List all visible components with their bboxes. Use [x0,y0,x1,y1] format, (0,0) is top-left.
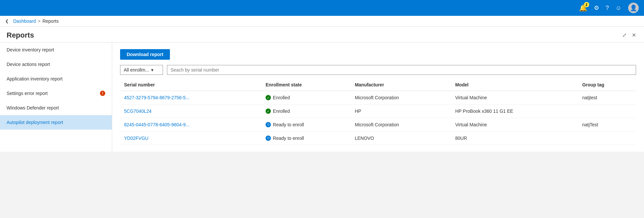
sidebar-label-settings-error: Settings error report [7,91,48,96]
col-manufacturer: Manufacturer [351,79,451,91]
serial-number-search-input[interactable] [167,65,636,75]
table-header-row: Serial number Enrollment state Manufactu… [120,79,636,91]
help-icon[interactable]: ? [606,5,609,12]
enrollment-filter-label: All enrollm... [124,67,149,73]
sidebar-label-device-actions: Device actions report [7,62,50,67]
pin-button[interactable]: ⤢ [621,31,628,40]
sidebar-item-settings-error[interactable]: Settings error report ! [0,86,112,101]
serial-number-link[interactable]: 4527-3279-5794-8679-2756-5... [124,95,190,100]
ready-to-enroll-icon: ⏱ [266,122,271,127]
enrollment-status-text: Enrolled [273,95,290,100]
group-tag-cell: natjtest [578,91,636,105]
breadcrumb: ❮ Dashboard > Reports [0,16,644,27]
sidebar-label-device-inventory: Device inventory report [7,47,54,52]
download-report-button[interactable]: Download report [120,49,170,60]
notification-badge: 2 [584,2,589,7]
enrolled-icon: ✓ [266,95,271,100]
sidebar: Device inventory report Device actions r… [0,43,112,152]
avatar-icon: 👤 [630,4,637,12]
manufacturer-cell: Microsoft Corporation [351,118,451,132]
serial-number-link[interactable]: 5CG7040L24 [124,109,151,114]
col-model: Model [451,79,578,91]
content-area: Device inventory report Device actions r… [0,43,644,152]
enrollment-status-text: Ready to enroll [273,136,304,141]
sidebar-label-windows-defender: Windows Defender report [7,105,59,110]
sidebar-label-autopilot: Autopilot deployment report [7,120,63,125]
page-wrapper: Reports ⤢ ✕ Device inventory report Devi… [0,27,644,152]
enrollment-status-text: Enrolled [273,109,290,114]
user-avatar[interactable]: 👤 [628,3,639,13]
table-row: 4527-3279-5794-8679-2756-5...✓EnrolledMi… [120,91,636,105]
settings-icon[interactable]: ⚙ [594,4,599,12]
enrollment-status-cell: ✓Enrolled [262,91,351,105]
table-row: YD02FVGU⏱Ready to enrollLENOVO80UR [120,132,636,145]
manufacturer-cell: Microsoft Corporation [351,91,451,105]
sidebar-item-device-actions[interactable]: Device actions report [0,57,112,72]
model-cell: Virtual Machine [451,91,578,105]
serial-number-link[interactable]: YD02FVGU [124,136,148,141]
sidebar-item-app-inventory[interactable]: Application inventory report [0,72,112,86]
group-tag-cell: natjTest [578,118,636,132]
model-cell: Virtual Machine [451,118,578,132]
enrollment-status-cell: ✓Enrolled [262,105,351,118]
enrollment-filter-dropdown[interactable]: All enrollm... ▾ [120,65,163,75]
table-row: 5CG7040L24✓EnrolledHPHP ProBook x360 11 … [120,105,636,118]
enrollment-status-text: Ready to enroll [273,122,304,127]
sidebar-item-autopilot[interactable]: Autopilot deployment report [0,115,112,130]
manufacturer-cell: LENOVO [351,132,451,145]
breadcrumb-separator: > [38,18,41,24]
model-cell: 80UR [451,132,578,145]
enrollment-status-cell: ⏱Ready to enroll [262,118,351,132]
notifications-bell[interactable]: 🔔 2 [579,4,587,12]
breadcrumb-home[interactable]: Dashboard [13,18,36,24]
error-badge-settings: ! [100,91,105,96]
model-cell: HP ProBook x360 11 G1 EE [451,105,578,118]
sidebar-item-device-inventory[interactable]: Device inventory report [0,43,112,57]
close-button[interactable]: ✕ [630,31,637,40]
manufacturer-cell: HP [351,105,451,118]
col-serial-number: Serial number [120,79,262,91]
group-tag-cell [578,105,636,118]
filters-row: All enrollm... ▾ [120,65,636,75]
page-header: Reports ⤢ ✕ [0,27,644,43]
col-group-tag: Group tag [578,79,636,91]
dropdown-chevron-icon: ▾ [151,67,153,73]
top-navigation-bar: 🔔 2 ⚙ ? ☺ 👤 [0,0,644,16]
serial-number-link[interactable]: 8245-0445-0778-6405-9604-9... [124,122,190,127]
ready-to-enroll-icon: ⏱ [266,136,271,141]
sidebar-label-app-inventory: Application inventory report [7,76,63,81]
breadcrumb-current: Reports [43,18,59,24]
enrollment-status-cell: ⏱Ready to enroll [262,132,351,145]
page-header-actions: ⤢ ✕ [621,31,637,40]
back-arrow-icon[interactable]: ❮ [5,19,9,23]
feedback-icon[interactable]: ☺ [616,5,622,12]
col-enrollment-state: Enrollment state [262,79,351,91]
sidebar-item-windows-defender[interactable]: Windows Defender report [0,101,112,115]
table-row: 8245-0445-0778-6405-9604-9...⏱Ready to e… [120,118,636,132]
device-table: Serial number Enrollment state Manufactu… [120,79,636,145]
page-title: Reports [7,31,34,40]
main-content: Download report All enrollm... ▾ Serial … [112,43,644,152]
enrolled-icon: ✓ [266,109,271,114]
group-tag-cell [578,132,636,145]
